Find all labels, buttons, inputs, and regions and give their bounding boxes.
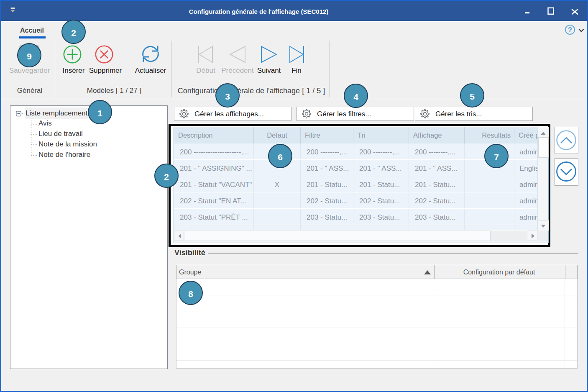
svg-text:?: ? bbox=[568, 26, 572, 34]
